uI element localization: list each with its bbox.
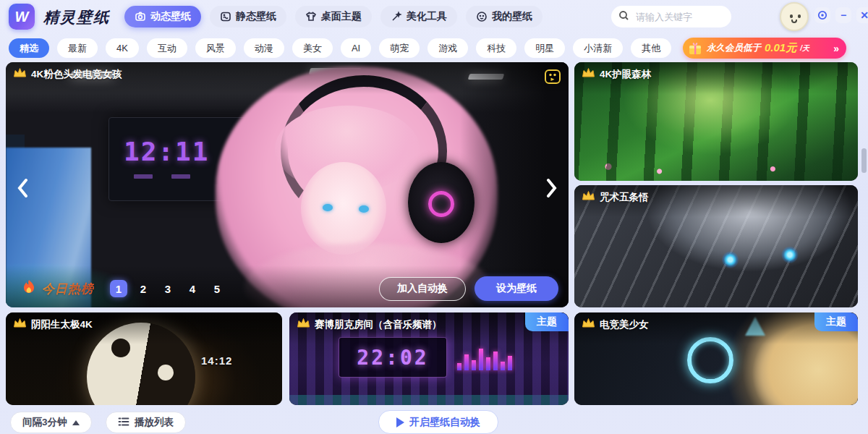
minimize-button[interactable]: − <box>835 7 851 23</box>
scrollbar-thumb[interactable] <box>861 148 867 173</box>
crown-icon <box>13 318 27 331</box>
card-title: 赛博朋克房间（含音乐频谱） <box>315 318 442 331</box>
tag-stars[interactable]: 明星 <box>524 38 565 58</box>
tag-tech[interactable]: 科技 <box>476 38 516 58</box>
page-dot-3[interactable]: 3 <box>159 280 176 297</box>
title-bar: W 精灵壁纸 动态壁纸 静态壁纸 桌面主题 美化工具 我的壁纸 <box>0 0 868 33</box>
crown-icon <box>582 318 595 331</box>
list-icon <box>118 417 129 429</box>
page-dot-2[interactable]: 2 <box>135 280 152 297</box>
interval-dropdown[interactable]: 间隔3分钟 <box>10 412 92 433</box>
app-logo-icon[interactable]: W <box>9 4 35 30</box>
card-title: 咒术五条悟 <box>600 191 649 204</box>
theme-badge: 主题 <box>814 312 858 331</box>
featured-title: 4K粉色头发电竞女孩 <box>31 68 122 81</box>
smiley-icon <box>476 11 488 22</box>
today-hot-list[interactable]: 今日热榜 <box>22 279 94 298</box>
monitor-clock: 12:11 <box>124 137 209 166</box>
crown-icon <box>13 67 27 81</box>
nav-tab-dynamic-wallpaper[interactable]: 动态壁纸 <box>124 6 201 27</box>
theme-badge: 主题 <box>525 312 569 331</box>
card-clock: 22:02 <box>357 346 428 370</box>
vip-promo-banner[interactable]: 永久会员低于 0.01元 /天 » <box>683 38 846 59</box>
main-nav: 动态壁纸 静态壁纸 桌面主题 美化工具 我的壁纸 <box>124 6 542 27</box>
category-tags: 精选 最新 4K 互动 风景 动漫 美女 AI 萌宠 游戏 科技 明星 小清新 … <box>9 38 671 58</box>
tag-interactive[interactable]: 互动 <box>147 38 187 58</box>
double-arrow-icon: » <box>833 43 839 54</box>
nav-tab-beautify-tools[interactable]: 美化工具 <box>380 6 457 27</box>
start-auto-label: 开启壁纸自动换 <box>409 416 480 429</box>
tag-anime[interactable]: 动漫 <box>244 38 284 58</box>
tag-pets[interactable]: 萌宠 <box>379 38 420 58</box>
user-avatar[interactable] <box>780 2 809 31</box>
crown-icon <box>582 190 595 204</box>
promo-price: 0.01元 <box>765 41 796 55</box>
tag-ai[interactable]: AI <box>341 38 371 58</box>
flame-icon <box>22 279 36 298</box>
card-clock: 14:12 <box>201 354 232 367</box>
interval-label: 间隔3分钟 <box>22 416 67 429</box>
tag-scenery[interactable]: 风景 <box>195 38 236 58</box>
wallpaper-card-taiji[interactable]: 14:12 阴阳生太极4K <box>6 312 282 405</box>
add-auto-change-button[interactable]: 加入自动换 <box>379 277 466 301</box>
magic-tool-icon <box>391 11 402 22</box>
wallpaper-card-gojo[interactable]: 咒术五条悟 <box>574 185 858 307</box>
carousel-pagination: 1 2 3 4 5 <box>110 280 226 297</box>
image-icon <box>220 11 231 22</box>
tag-featured[interactable]: 精选 <box>9 38 49 58</box>
playlist-button[interactable]: 播放列表 <box>106 412 186 433</box>
card-title: 阴阳生太极4K <box>31 318 93 331</box>
music-spectrum <box>457 344 544 370</box>
wallpaper-card-egirl[interactable]: 电竞美少女 主题 <box>574 312 858 405</box>
chevron-up-icon <box>72 420 80 425</box>
app-title: 精灵壁纸 <box>43 7 110 27</box>
tag-games[interactable]: 游戏 <box>427 38 468 58</box>
start-auto-change-button[interactable]: 开启壁纸自动换 <box>378 410 498 434</box>
playlist-label: 播放列表 <box>135 416 174 429</box>
hot-list-label: 今日热榜 <box>42 281 94 297</box>
crown-icon <box>582 67 595 81</box>
tag-4k[interactable]: 4K <box>106 38 139 58</box>
promo-text: 永久会员低于 <box>707 42 761 54</box>
set-wallpaper-button[interactable]: 设为壁纸 <box>475 276 558 301</box>
tag-other[interactable]: 其他 <box>631 38 671 58</box>
nav-tab-my-wallpapers[interactable]: 我的壁纸 <box>466 6 542 27</box>
search-input[interactable] <box>634 11 721 23</box>
nav-tab-desktop-theme[interactable]: 桌面主题 <box>295 6 372 27</box>
featured-wallpaper-card[interactable]: 12:11 4K粉色头发电竞女孩 今日热榜 1 2 3 4 5 加入自动换 设为… <box>6 62 569 307</box>
promo-unit: /天 <box>800 43 809 54</box>
carousel-prev-button[interactable] <box>10 172 35 204</box>
crown-icon <box>297 318 310 331</box>
tag-beauty[interactable]: 美女 <box>292 38 333 58</box>
card-title: 电竞美少女 <box>600 318 649 331</box>
carousel-next-button[interactable] <box>540 172 564 204</box>
gift-icon <box>687 41 703 56</box>
camera-icon <box>135 11 146 22</box>
search-icon <box>618 10 629 24</box>
multi-screen-icon[interactable] <box>544 69 561 88</box>
page-dot-4[interactable]: 4 <box>184 280 201 297</box>
wallpaper-card-cyberpunk[interactable]: 22:02 赛博朋克房间（含音乐频谱） 主题 <box>289 312 569 405</box>
card-title: 4K护眼森林 <box>600 68 651 81</box>
close-button[interactable]: ✕ <box>856 7 868 23</box>
search-box[interactable] <box>611 6 731 27</box>
page-dot-1[interactable]: 1 <box>110 280 127 297</box>
shirt-icon <box>305 11 317 22</box>
wallpaper-card-forest[interactable]: 4K护眼森林 <box>574 62 858 181</box>
tag-fresh[interactable]: 小清新 <box>573 38 623 58</box>
page-dot-5[interactable]: 5 <box>208 280 226 297</box>
nav-tab-static-wallpaper[interactable]: 静态壁纸 <box>210 6 286 27</box>
window-controls: − ✕ <box>814 7 868 23</box>
tag-newest[interactable]: 最新 <box>57 38 98 58</box>
settings-icon[interactable] <box>814 7 830 23</box>
play-icon <box>396 417 404 427</box>
